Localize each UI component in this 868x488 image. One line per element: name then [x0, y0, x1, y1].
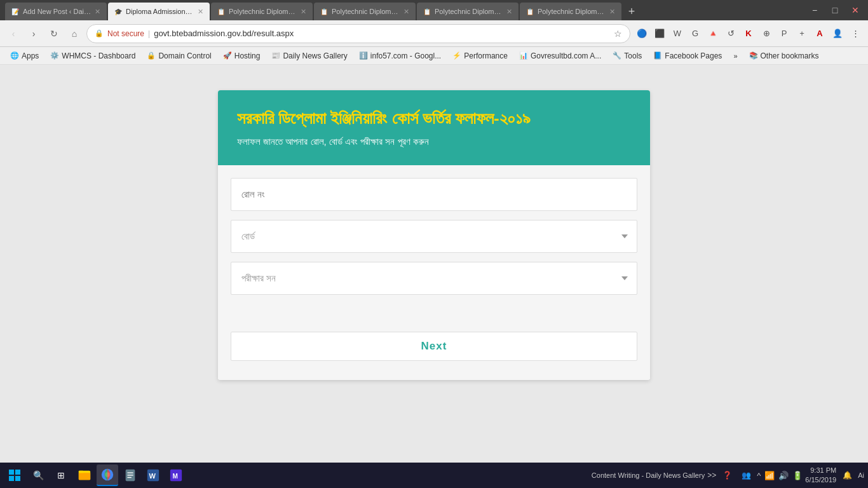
- taskbar-search-button[interactable]: 🔍: [28, 465, 48, 485]
- taskbar-notification-arrow: >>: [707, 471, 716, 480]
- roll-number-input[interactable]: [231, 178, 637, 211]
- bookmark-info57-label: info57.com - Googl...: [370, 51, 441, 60]
- minimize-button[interactable]: −: [807, 3, 822, 18]
- tab-6[interactable]: 📋 Polytechnic Diploma Ad... ✕: [520, 3, 621, 20]
- bookmark-tools-label: Tools: [624, 51, 642, 60]
- tab-2-close[interactable]: ✕: [198, 8, 203, 16]
- taskbar-people-button[interactable]: 👥: [738, 467, 754, 484]
- extension-icon-8[interactable]: ⊕: [759, 26, 774, 41]
- tab-4-close[interactable]: ✕: [403, 8, 409, 16]
- extension-icon-10[interactable]: +: [794, 26, 810, 41]
- exam-year-select[interactable]: পরীক্ষার সন 2019 2018 2017 2016: [231, 262, 637, 295]
- extension-icon-2[interactable]: ⬛: [652, 26, 667, 41]
- new-tab-button[interactable]: +: [623, 3, 641, 20]
- start-button[interactable]: [4, 464, 25, 486]
- clock-area[interactable]: 9:31 PM 6/15/2019: [805, 466, 836, 485]
- extension-icon-9[interactable]: P: [776, 26, 792, 41]
- taskbar-help-button[interactable]: ❓: [719, 467, 735, 484]
- close-button[interactable]: ✕: [848, 3, 863, 18]
- form-body: বোর্ড ঢাকা চট্টগ্রাম রাজশাহী বরিশাল সিলে…: [218, 165, 650, 380]
- svg-rect-3: [15, 476, 20, 481]
- maximize-button[interactable]: □: [827, 3, 843, 18]
- url-text[interactable]: govt.btebadmission.gov.bd/result.aspx: [154, 29, 610, 38]
- taskbar-item-word[interactable]: W: [142, 464, 164, 486]
- tab-1-close[interactable]: ✕: [95, 8, 100, 16]
- extension-icon-1[interactable]: 🔵: [634, 26, 649, 41]
- tab-6-close[interactable]: ✕: [609, 8, 615, 16]
- security-label: Not secure: [107, 29, 144, 38]
- svg-rect-2: [9, 476, 14, 481]
- bookmark-facebook[interactable]: 📘 Facebook Pages: [648, 50, 727, 62]
- explorer-icon: [78, 468, 92, 482]
- bookmark-performance[interactable]: ⚡ Performance: [447, 50, 513, 62]
- bookmark-tools[interactable]: 🔧 Tools: [607, 50, 647, 62]
- forward-button[interactable]: ›: [25, 25, 42, 42]
- reload-button[interactable]: ↻: [46, 25, 62, 42]
- tab-3-close[interactable]: ✕: [301, 8, 306, 16]
- tab-3[interactable]: 📋 Polytechnic Diploma En... ✕: [211, 3, 313, 20]
- tab-5-label: Polytechnic Diploma Ad...: [435, 8, 503, 15]
- svg-rect-6: [79, 471, 83, 473]
- form-spacer: [231, 304, 637, 323]
- extension-icon-5[interactable]: 🔺: [705, 26, 721, 41]
- url-bar[interactable]: 🔒 Not secure | govt.btebadmission.gov.bd…: [86, 24, 630, 43]
- tab-3-label: Polytechnic Diploma En...: [229, 8, 297, 15]
- board-select[interactable]: বোর্ড ঢাকা চট্টগ্রাম রাজশাহী বরিশাল সিলে…: [231, 220, 637, 253]
- bookmark-hosting[interactable]: 🚀 Hosting: [218, 50, 266, 62]
- taskbar-item-app5[interactable]: M: [165, 464, 187, 486]
- tab-5[interactable]: 📋 Polytechnic Diploma Ad... ✕: [417, 3, 519, 20]
- apps-bookmark-icon: 🌐: [10, 51, 19, 60]
- address-bar: ‹ › ↻ ⌂ 🔒 Not secure | govt.btebadmissio…: [0, 20, 868, 47]
- taskbar-notification-bell[interactable]: 🔔: [839, 467, 855, 484]
- tray-chevron-icon[interactable]: ^: [757, 471, 761, 480]
- bookmark-dailynews[interactable]: 📰 Daily News Gallery: [266, 50, 352, 62]
- bookmark-more[interactable]: »: [728, 51, 742, 61]
- extension-icon-11[interactable]: A: [812, 26, 827, 41]
- taskbar-item-chrome[interactable]: [97, 464, 118, 486]
- system-tray: ^ 📶 🔊 🔋: [757, 471, 803, 480]
- taskbar-ai-label[interactable]: Ai: [858, 471, 864, 479]
- tab-2[interactable]: 🎓 Diploma Admission - S... ✕: [108, 3, 210, 20]
- extension-icon-7[interactable]: K: [741, 26, 756, 41]
- svg-rect-10: [127, 472, 133, 473]
- taskbar-notification-label: Content Writing - Daily News Gallery: [592, 471, 705, 479]
- govresult-bookmark-icon: 📊: [519, 51, 528, 60]
- taskbar-item-notepad[interactable]: [119, 464, 141, 486]
- bookmark-domain-label: Domain Control: [158, 51, 211, 60]
- tray-battery-icon[interactable]: 🔋: [792, 471, 803, 480]
- tab-1[interactable]: 📝 Add New Post ‹ Daily N... ✕: [5, 3, 107, 20]
- bookmark-other[interactable]: 📚 Other bookmarks: [744, 50, 824, 62]
- title-bar: 📝 Add New Post ‹ Daily N... ✕ 🎓 Diploma …: [0, 0, 868, 20]
- performance-bookmark-icon: ⚡: [452, 51, 461, 60]
- svg-rect-11: [127, 475, 133, 475]
- hosting-bookmark-icon: 🚀: [223, 51, 232, 60]
- bookmark-apps[interactable]: 🌐 Apps: [5, 50, 44, 62]
- tab-4[interactable]: 📋 Polytechnic Diploma En... ✕: [314, 3, 416, 20]
- window-controls: − □ ✕: [807, 3, 863, 18]
- menu-icon[interactable]: ⋮: [848, 26, 863, 41]
- svg-rect-5: [79, 473, 90, 480]
- back-button[interactable]: ‹: [5, 25, 22, 42]
- bookmark-whmcs[interactable]: ⚙️ WHMCS - Dashboard: [45, 50, 140, 62]
- extension-icon-6[interactable]: ↺: [723, 26, 738, 41]
- bookmark-domain[interactable]: 🔒 Domain Control: [142, 50, 216, 62]
- app5-icon: M: [169, 468, 183, 482]
- extension-icon-4[interactable]: G: [688, 26, 703, 41]
- bookmark-other-label: Other bookmarks: [761, 51, 819, 60]
- tools-bookmark-icon: 🔧: [613, 51, 621, 60]
- tray-network-icon[interactable]: 📶: [764, 471, 775, 480]
- next-button[interactable]: Next: [231, 332, 637, 361]
- bookmark-star-icon[interactable]: ☆: [614, 29, 622, 39]
- bookmark-govresult-label: Govresultbd.com A...: [531, 51, 601, 60]
- other-bookmark-icon: 📚: [749, 51, 758, 60]
- tab-1-label: Add New Post ‹ Daily N...: [23, 8, 91, 15]
- tab-5-close[interactable]: ✕: [506, 8, 512, 16]
- tray-volume-icon[interactable]: 🔊: [778, 471, 789, 480]
- bookmark-info57[interactable]: ℹ️ info57.com - Googl...: [354, 50, 446, 62]
- home-button[interactable]: ⌂: [66, 25, 83, 42]
- taskbar-item-explorer[interactable]: [74, 464, 95, 486]
- profile-icon[interactable]: 👤: [830, 26, 845, 41]
- taskbar-taskview-button[interactable]: ⊞: [51, 465, 71, 485]
- extension-icon-3[interactable]: W: [670, 26, 685, 41]
- bookmark-govresult[interactable]: 📊 Govresultbd.com A...: [514, 50, 606, 62]
